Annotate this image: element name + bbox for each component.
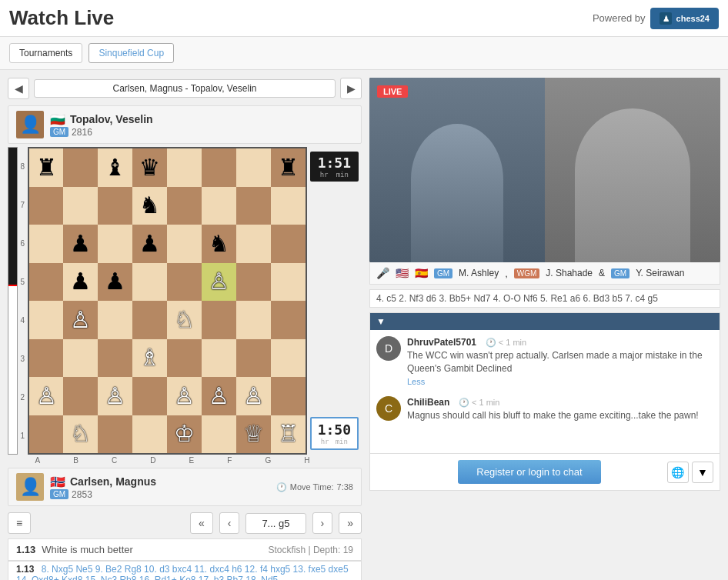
chess-cell-d2[interactable] [132, 377, 167, 415]
chess-cell-b5[interactable]: ♟ [63, 263, 98, 302]
last-move-btn[interactable]: » [339, 512, 362, 534]
chat-less-1[interactable]: Less [407, 377, 425, 386]
first-move-btn[interactable]: « [190, 512, 213, 534]
chess-cell-g3[interactable] [236, 339, 271, 378]
chat-avatar-2: C [376, 396, 401, 421]
chat-time-2: 🕐 < 1 min [459, 398, 499, 407]
chess-cell-h7[interactable] [271, 187, 306, 225]
chess-cell-g2[interactable]: ♙ [236, 377, 271, 415]
chess-cell-a7[interactable] [29, 187, 64, 225]
chess-cell-d3[interactable]: ♗ [132, 339, 167, 378]
game-selector[interactable]: Carlsen, Magnus - Topalov, Veselin [34, 79, 336, 98]
chess-cell-f5[interactable]: ♙ [202, 263, 236, 302]
powered-by-container: Powered by ♟ chess24 [593, 8, 719, 29]
chat-dropdown-btn[interactable]: ▼ [692, 462, 713, 483]
chess-cell-g5[interactable] [236, 263, 271, 302]
chess-cell-b1[interactable]: ♘ [63, 415, 98, 454]
chess-cell-c8[interactable]: ♝ [98, 148, 132, 187]
chess-cell-f3[interactable] [202, 339, 236, 378]
menu-btn[interactable]: ≡ [8, 512, 31, 534]
chess-cell-g6[interactable] [236, 225, 271, 263]
tab-sinquefield[interactable]: Sinquefield Cup [88, 43, 174, 63]
chess-cell-c6[interactable] [98, 225, 132, 263]
flag-us-icon: 🇺🇸 [396, 267, 409, 279]
chat-header-2: ChiliBean 🕐 < 1 min [407, 396, 713, 408]
moves-notation[interactable]: 4. c5 2. Nf3 d6 3. Bb5+ Nd7 4. O-O Nf6 5… [369, 289, 720, 308]
chess-cell-c5[interactable]: ♟ [98, 263, 132, 302]
chess-cell-b3[interactable] [63, 339, 98, 378]
timer-top-hr-label: hr [320, 171, 329, 178]
chess-cell-c1[interactable] [98, 415, 132, 454]
chess-cell-e6[interactable] [167, 225, 202, 263]
line1-moves[interactable]: 8. Nxg5 Ne5 9. Be2 Rg8 10. d3 bxc4 11. d… [16, 564, 349, 580]
chess-cell-h6[interactable] [271, 225, 306, 263]
chess-cell-h3[interactable] [271, 339, 306, 378]
chess-cell-a4[interactable] [29, 301, 64, 339]
register-login-btn[interactable]: Register or login to chat [458, 460, 600, 484]
analysis-engine: Stockfish | Depth: 19 [268, 545, 353, 555]
timer-bottom-min-label: min [336, 438, 348, 445]
flag-es-icon: 🇪🇸 [415, 267, 428, 279]
chess-cell-g8[interactable] [236, 148, 271, 187]
prev-move-btn[interactable]: ‹ [219, 512, 240, 534]
chess-cell-d5[interactable] [132, 263, 167, 302]
chess-cell-c4[interactable] [98, 301, 132, 339]
board-nav-next-btn[interactable]: ▶ [340, 78, 362, 99]
chess-cell-h8[interactable]: ♜ [271, 148, 306, 187]
board-nav-prev-btn[interactable]: ◀ [8, 78, 29, 99]
chess-cell-b2[interactable] [63, 377, 98, 415]
chess-cell-f2[interactable]: ♙ [202, 377, 236, 415]
board-controls: ≡ « ‹ 7... g5 › » [8, 512, 362, 534]
chess-cell-d8[interactable]: ♛ [132, 148, 167, 187]
chess-cell-c3[interactable] [98, 339, 132, 378]
chess-cell-b7[interactable] [63, 187, 98, 225]
chess-cell-a3[interactable] [29, 339, 64, 378]
chess-cell-e5[interactable] [167, 263, 202, 302]
chess-cell-a6[interactable] [29, 225, 64, 263]
chess-cell-h1[interactable]: ♖ [271, 415, 306, 454]
chess-cell-f8[interactable] [202, 148, 236, 187]
chess-cell-e4[interactable]: ♘ [167, 301, 202, 339]
chess-cell-e8[interactable] [167, 148, 202, 187]
tab-tournaments[interactable]: Tournaments [9, 43, 82, 63]
chess-cell-b8[interactable] [63, 148, 98, 187]
mic-icon: 🎤 [376, 267, 389, 279]
chess-cell-g1[interactable]: ♕ [236, 415, 271, 454]
commentators-bar: 🎤 🇺🇸 🇪🇸 GM M. Ashley , WGM J. Shahade & … [369, 262, 720, 285]
globe-btn[interactable]: 🌐 [667, 462, 689, 483]
chess-cell-f4[interactable] [202, 301, 236, 339]
chess-cell-d1[interactable] [132, 415, 167, 454]
chess-cell-e7[interactable] [167, 187, 202, 225]
chess-cell-a5[interactable] [29, 263, 64, 302]
chat-content-2: ChiliBean 🕐 < 1 min Magnus should call h… [407, 396, 713, 422]
chess-cell-f1[interactable] [202, 415, 236, 454]
chess-cell-g4[interactable] [236, 301, 271, 339]
chess-cell-d7[interactable]: ♞ [132, 187, 167, 225]
chess-cell-b6[interactable]: ♟ [63, 225, 98, 263]
chess-cell-d6[interactable]: ♟ [132, 225, 167, 263]
chess-cell-a1[interactable] [29, 415, 64, 454]
chess-cell-e2[interactable]: ♙ [167, 377, 202, 415]
chess-cell-c2[interactable]: ♙ [98, 377, 132, 415]
chess-board[interactable]: ♜ ♝ ♛ ♜ ♞ [28, 147, 307, 455]
chess-cell-f7[interactable] [202, 187, 236, 225]
commentator3-name: Y. Seirawan [636, 268, 684, 278]
chess-cell-h5[interactable] [271, 263, 306, 302]
timer-bottom-hr-label: hr [321, 438, 329, 445]
chat-message-1: D DhruvPatel5701 🕐 < 1 min The WCC win w… [376, 336, 713, 387]
chess-cell-f6[interactable]: ♞ [202, 225, 236, 263]
chat-collapse-btn[interactable]: ▼ [370, 313, 720, 330]
analysis-score: 1.13 [16, 544, 35, 555]
chess-cell-a8[interactable]: ♜ [29, 148, 64, 187]
chess-cell-e3[interactable] [167, 339, 202, 378]
chess-cell-e1[interactable]: ♔ [167, 415, 202, 454]
chess-cell-h4[interactable] [271, 301, 306, 339]
chess-cell-h2[interactable] [271, 377, 306, 415]
chess-cell-g7[interactable] [236, 187, 271, 225]
chess-cell-b4[interactable]: ♙ [63, 301, 98, 339]
chess-cell-c7[interactable] [98, 187, 132, 225]
chess-cell-a2[interactable]: ♙ [29, 377, 64, 415]
top-bar: Watch Live Powered by ♟ chess24 [0, 0, 728, 37]
next-move-btn[interactable]: › [312, 512, 333, 534]
chess-cell-d4[interactable] [132, 301, 167, 339]
